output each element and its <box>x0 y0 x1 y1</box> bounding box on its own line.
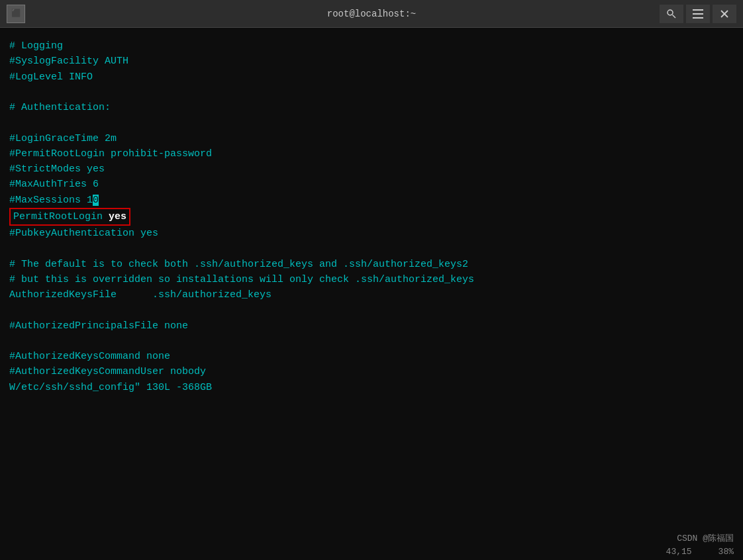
permitrootlogin-value: yes <box>109 211 126 222</box>
svg-rect-3 <box>693 13 703 15</box>
line-maxsessions: #MaxSessions 10 <box>9 193 734 208</box>
line-strictmodes: #StrictModes yes <box>9 162 734 177</box>
line-auth-comment: # Authentication: <box>9 100 734 115</box>
line-empty-3 <box>9 241 734 256</box>
line-permitrootlogin-commented: #PermitRootLogin prohibit-password <box>9 146 734 162</box>
line-empty-1 <box>9 85 734 100</box>
svg-line-1 <box>673 15 676 18</box>
line-pubkeyauth: #PubkeyAuthentication yes <box>9 226 734 241</box>
line-logingrace: #LoginGraceTime 2m <box>9 131 734 146</box>
line-authorizedkeyscmd: #AuthorizedKeysCommand none <box>9 349 734 364</box>
line-default-check: # The default is to check both .ssh/auth… <box>9 257 734 272</box>
line-empty-4 <box>9 303 734 318</box>
line-permitrootlogin-active: PermitRootLogin yes <box>9 208 734 226</box>
watermark: CSDN @陈福国 <box>677 532 734 544</box>
line-logging-comment: # Logging <box>9 38 734 54</box>
line-empty-2 <box>9 115 734 130</box>
highlight-box: PermitRootLogin yes <box>9 208 130 226</box>
terminal-content: # Logging #SyslogFacility AUTH #LogLevel… <box>9 38 734 395</box>
line-maxauthtries: #MaxAuthTries 6 <box>9 177 734 192</box>
search-icon <box>666 9 677 19</box>
close-button[interactable] <box>713 5 736 23</box>
terminal-icon: ⬛ <box>7 5 25 23</box>
title-bar-left: ⬛ <box>7 5 25 23</box>
line-authorizedprincipals: #AuthorizedPrincipalsFile none <box>9 318 734 334</box>
line-authorizedkeyscmduser: #AuthorizedKeysCommandUser nobody <box>9 364 734 379</box>
terminal-body[interactable]: # Logging #SyslogFacility AUTH #LogLevel… <box>0 28 743 560</box>
cursor: 0 <box>93 195 99 206</box>
terminal-icon-symbol: ⬛ <box>11 9 21 19</box>
terminal-window: ⬛ root@localhost:~ <box>0 0 743 560</box>
title-bar: ⬛ root@localhost:~ <box>0 0 743 28</box>
menu-button[interactable] <box>686 5 710 23</box>
svg-rect-2 <box>693 9 703 11</box>
line-empty-5 <box>9 334 734 349</box>
search-button[interactable] <box>660 5 683 23</box>
svg-point-0 <box>668 10 673 15</box>
window-title: root@localhost:~ <box>327 9 416 19</box>
line-authorizedkeysfile: AuthorizedKeysFile .ssh/authorized_keys <box>9 287 734 303</box>
svg-rect-4 <box>693 17 703 19</box>
hamburger-icon <box>693 9 703 19</box>
close-icon <box>720 10 728 18</box>
line-file-status: W/etc/ssh/sshd_config" 130L -368GB <box>9 380 734 395</box>
status-position: 43,15 <box>666 547 692 557</box>
line-syslog: #SyslogFacility AUTH <box>9 54 734 69</box>
line-loglevel: #LogLevel INFO <box>9 70 734 85</box>
status-percent: 38% <box>718 547 734 557</box>
title-bar-controls <box>660 5 736 23</box>
line-overridden: # but this is overridden so installation… <box>9 272 734 287</box>
status-bar: 43,15 38% <box>0 543 743 560</box>
